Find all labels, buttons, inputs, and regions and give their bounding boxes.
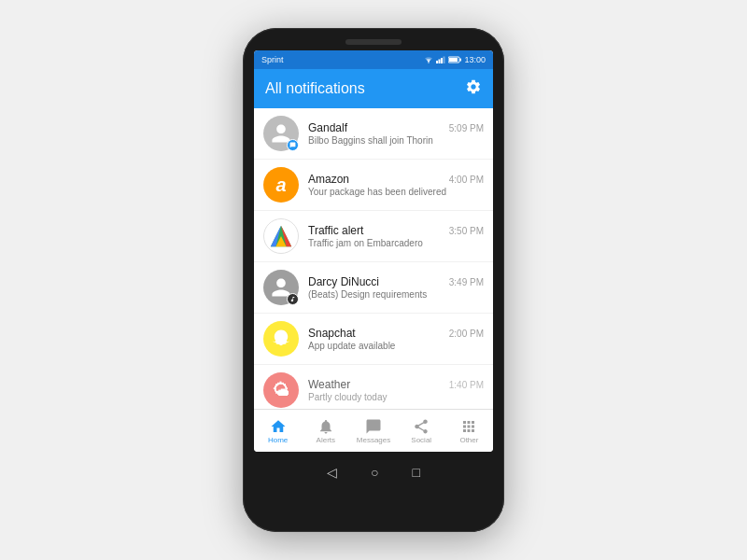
avatar-snapchat [263, 321, 299, 357]
traffic-time: 3:50 PM [449, 226, 484, 236]
notification-item[interactable]: Traffic alert 3:50 PM Traffic jam on Emb… [254, 211, 493, 262]
notifications-list: Gandalf 5:09 PM Bilbo Baggins shall join… [254, 108, 493, 409]
svg-rect-6 [460, 59, 462, 62]
gandalf-badge [287, 139, 299, 151]
svg-rect-2 [439, 60, 441, 64]
battery-icon [448, 56, 461, 63]
nav-label-home: Home [268, 436, 288, 444]
page-title: All notifications [265, 80, 365, 97]
status-time: 13:00 [464, 55, 486, 64]
amazon-title: Amazon [308, 173, 349, 186]
darcy-content: Darcy DiNucci 3:49 PM (Beats) Design req… [308, 275, 484, 300]
nav-label-alerts: Alerts [317, 436, 335, 444]
gandalf-body: Bilbo Baggins shall join Thorin [308, 135, 484, 146]
gandalf-title: Gandalf [308, 121, 347, 134]
settings-icon[interactable] [465, 78, 482, 99]
darcy-body: (Beats) Design requirements [308, 289, 484, 300]
nav-item-alerts[interactable]: Alerts [302, 410, 349, 452]
status-bar: Sprint [254, 50, 493, 69]
traffic-title: Traffic alert [308, 224, 363, 237]
traffic-body: Traffic jam on Embarcadero [308, 238, 484, 248]
notification-item[interactable]: a Amazon 4:00 PM Your package has been d… [254, 160, 493, 211]
signal-icon [436, 56, 445, 63]
phone-screen: Sprint [254, 50, 493, 452]
wifi-icon [424, 56, 433, 63]
svg-rect-4 [444, 57, 445, 64]
share-icon [413, 418, 430, 435]
amazon-content: Amazon 4:00 PM Your package has been del… [308, 173, 484, 197]
avatar-weather: 🌤 [263, 372, 299, 408]
back-button[interactable]: ◁ [327, 465, 337, 480]
status-icons: 13:00 [424, 55, 486, 64]
gandalf-time: 5:09 PM [449, 123, 484, 133]
snapchat-title: Snapchat [308, 327, 356, 340]
carrier-text: Sprint [261, 55, 284, 64]
bell-icon [317, 418, 334, 435]
home-button[interactable]: ○ [371, 465, 378, 480]
traffic-content: Traffic alert 3:50 PM Traffic jam on Emb… [308, 224, 484, 248]
notification-item[interactable]: 🌤 Weather 1:40 PM Partly cloudy today [254, 365, 493, 409]
nav-label-other: Other [459, 436, 478, 444]
notification-item[interactable]: Snapchat 2:00 PM App update available [254, 314, 493, 365]
home-icon [270, 418, 287, 435]
darcy-title: Darcy DiNucci [308, 275, 379, 288]
avatar-amazon: a [263, 167, 299, 203]
recents-button[interactable]: □ [413, 465, 420, 480]
nav-label-messages: Messages [357, 436, 390, 444]
darcy-badge [287, 293, 299, 305]
nav-item-other[interactable]: Other [445, 410, 493, 452]
notification-item[interactable]: Darcy DiNucci 3:49 PM (Beats) Design req… [254, 262, 493, 314]
gandalf-content: Gandalf 5:09 PM Bilbo Baggins shall join… [308, 121, 484, 146]
snapchat-time: 2:00 PM [449, 329, 484, 339]
svg-rect-7 [449, 58, 458, 62]
app-bar: All notifications [254, 69, 493, 108]
message-icon [365, 418, 382, 435]
darcy-time: 3:49 PM [449, 277, 484, 287]
nav-label-social: Social [411, 436, 431, 444]
weather-content: Weather 1:40 PM Partly cloudy today [308, 378, 484, 402]
weather-title: Weather [308, 378, 350, 391]
weather-time: 1:40 PM [449, 380, 484, 390]
snapchat-content: Snapchat 2:00 PM App update available [308, 327, 484, 351]
avatar-darcy [263, 270, 299, 305]
nav-item-social[interactable]: Social [398, 410, 445, 452]
avatar-traffic [263, 218, 299, 254]
snapchat-body: App update available [308, 341, 484, 351]
avatar-gandalf [263, 116, 299, 151]
phone-device: Sprint [243, 28, 504, 532]
android-navbar: ◁ ○ □ [250, 455, 497, 489]
amazon-time: 4:00 PM [449, 175, 484, 185]
svg-rect-1 [436, 61, 438, 63]
svg-rect-3 [441, 58, 443, 63]
nav-item-messages[interactable]: Messages [349, 410, 397, 452]
weather-body: Partly cloudy today [308, 392, 484, 402]
grid-icon [460, 418, 477, 435]
notification-item[interactable]: Gandalf 5:09 PM Bilbo Baggins shall join… [254, 108, 493, 160]
phone-speaker [345, 39, 402, 45]
amazon-body: Your package has been delivered [308, 187, 484, 197]
svg-point-0 [429, 62, 430, 63]
bottom-navigation: Home Alerts Messages Social [254, 409, 493, 452]
nav-item-home[interactable]: Home [254, 410, 302, 452]
